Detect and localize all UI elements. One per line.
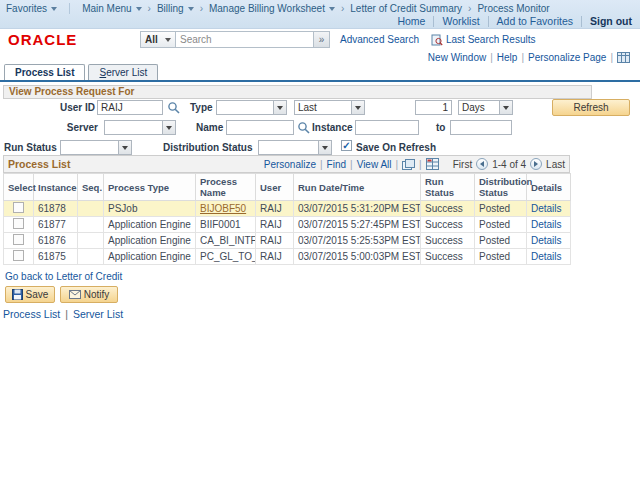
- days-count-input[interactable]: [415, 100, 452, 115]
- go-back-link[interactable]: Go back to Letter of Credit: [5, 271, 122, 282]
- next-page-icon[interactable]: [530, 158, 542, 170]
- cell-user: RAIJ: [256, 201, 294, 217]
- cell-instance: 61875: [34, 249, 78, 265]
- cell-run-datetime: 03/07/2015 5:00:03PM EST: [294, 249, 421, 265]
- refresh-button[interactable]: Refresh: [552, 99, 630, 116]
- new-window-link[interactable]: New Window: [428, 52, 486, 63]
- chevron-down-icon: [318, 141, 331, 154]
- type-select[interactable]: [216, 100, 287, 115]
- last-label[interactable]: Last: [546, 159, 565, 170]
- help-link[interactable]: Help: [497, 52, 518, 63]
- instance-label: Instance: [312, 122, 353, 133]
- cell-run-status: Success: [421, 249, 475, 265]
- worklist-link[interactable]: Worklist: [442, 15, 479, 27]
- add-to-favorites-link[interactable]: Add to Favorites: [497, 15, 573, 27]
- breadcrumb-process-monitor[interactable]: Process Monitor: [477, 3, 549, 14]
- details-link[interactable]: Details: [531, 203, 562, 214]
- cell-run-status: Success: [421, 233, 475, 249]
- row-checkbox[interactable]: [13, 234, 24, 245]
- distribution-status-select[interactable]: [258, 140, 332, 155]
- previous-page-icon[interactable]: [476, 158, 488, 170]
- tab-underline-rule: [0, 80, 640, 82]
- search-scope-dropdown[interactable]: All: [140, 31, 176, 48]
- footer-process-list-link[interactable]: Process List: [3, 308, 60, 320]
- breadcrumb-divider: [69, 3, 70, 14]
- last-select[interactable]: Last: [294, 100, 365, 115]
- user-id-label: User ID: [30, 102, 95, 113]
- caret-down-icon: [329, 7, 335, 11]
- breadcrumb-main-menu[interactable]: Main Menu: [82, 3, 141, 14]
- component-links: Process List Server List: [3, 308, 123, 320]
- details-link[interactable]: Details: [531, 251, 562, 262]
- footer-server-list-link[interactable]: Server List: [73, 308, 123, 320]
- instance-from-input[interactable]: [355, 120, 419, 135]
- cell-process-type: Application Engine: [104, 233, 196, 249]
- breadcrumb: Favorites Main Menu Billing Manage Billi…: [6, 3, 550, 14]
- cell-process-type: Application Engine: [104, 249, 196, 265]
- save-button[interactable]: Save: [5, 286, 55, 303]
- cell-distribution-status: Posted: [475, 249, 527, 265]
- tab-server-list[interactable]: Server List: [88, 64, 158, 80]
- breadcrumb-label: Letter of Credit Summary: [350, 3, 462, 14]
- process-name-link[interactable]: BIJOBF50: [200, 203, 246, 214]
- cell-distribution-status: Posted: [475, 201, 527, 217]
- breadcrumb-label: Manage Billing Worksheet: [209, 3, 325, 14]
- row-checkbox[interactable]: [13, 202, 24, 213]
- notify-button[interactable]: Notify: [60, 286, 118, 303]
- save-on-refresh-checkbox[interactable]: [341, 140, 352, 151]
- tab-label: Process List: [15, 67, 74, 78]
- col-seq: Seq.: [78, 174, 104, 201]
- zoom-grid-icon[interactable]: [402, 159, 415, 170]
- grid-icon[interactable]: [617, 52, 630, 63]
- personalize-page-link[interactable]: Personalize Page: [528, 52, 606, 63]
- notify-button-label: Notify: [84, 289, 110, 300]
- server-select[interactable]: [104, 120, 176, 135]
- breadcrumb-manage-billing-worksheet[interactable]: Manage Billing Worksheet: [209, 3, 335, 14]
- user-id-lookup-icon[interactable]: [167, 101, 181, 115]
- chevron-down-icon: [499, 101, 512, 114]
- breadcrumb-label: Process Monitor: [477, 3, 549, 14]
- run-status-label: Run Status: [4, 142, 57, 153]
- breadcrumb-letter-of-credit-summary[interactable]: Letter of Credit Summary: [350, 3, 462, 14]
- name-label: Name: [196, 122, 223, 133]
- first-label[interactable]: First: [453, 159, 472, 170]
- days-unit-select[interactable]: Days: [458, 100, 513, 115]
- search-go-button[interactable]: [314, 31, 330, 48]
- row-checkbox[interactable]: [13, 250, 24, 261]
- tab-label: Server List: [99, 67, 147, 78]
- cell-seq: [78, 233, 104, 249]
- row-checkbox[interactable]: [13, 218, 24, 229]
- view-process-request-header: View Process Request For: [3, 85, 592, 99]
- page-links-divider: [490, 52, 493, 63]
- run-status-select[interactable]: [60, 140, 132, 155]
- advanced-search-link[interactable]: Advanced Search: [340, 34, 419, 45]
- home-link[interactable]: Home: [397, 15, 425, 27]
- process-name-input[interactable]: [226, 120, 294, 135]
- sign-out-link[interactable]: Sign out: [590, 15, 632, 27]
- cell-instance: 61876: [34, 233, 78, 249]
- toolbar-divider: [320, 159, 323, 170]
- tab-process-list[interactable]: Process List: [4, 64, 85, 80]
- top-header-band: Favorites Main Menu Billing Manage Billi…: [0, 0, 640, 29]
- breadcrumb-label: Billing: [157, 3, 184, 14]
- search-input[interactable]: [176, 31, 314, 48]
- find-link[interactable]: Find: [327, 159, 346, 170]
- details-link[interactable]: Details: [531, 235, 562, 246]
- download-to-excel-icon[interactable]: [426, 158, 439, 170]
- grid-pagination: First 1-4 of 4 Last: [453, 158, 565, 170]
- personalize-link[interactable]: Personalize: [264, 159, 316, 170]
- breadcrumb-favorites[interactable]: Favorites: [6, 3, 57, 14]
- instance-to-input[interactable]: [450, 120, 512, 135]
- last-select-value: Last: [295, 102, 351, 113]
- user-id-input[interactable]: [97, 100, 163, 115]
- table-row: 61877 Application Engine BIIF0001 RAIJ 0…: [4, 217, 571, 233]
- details-link[interactable]: Details: [531, 219, 562, 230]
- last-search-results-link[interactable]: Last Search Results: [446, 34, 536, 45]
- table-header-row: Select Instance Seq. Process Type Proces…: [4, 174, 571, 201]
- footer-links-divider: [65, 308, 68, 320]
- cell-process-name: CA_BI_INTFC: [196, 233, 256, 249]
- view-all-link[interactable]: View All: [357, 159, 392, 170]
- col-process-type: Process Type: [104, 174, 196, 201]
- breadcrumb-billing[interactable]: Billing: [157, 3, 194, 14]
- process-name-lookup-icon[interactable]: [297, 121, 311, 135]
